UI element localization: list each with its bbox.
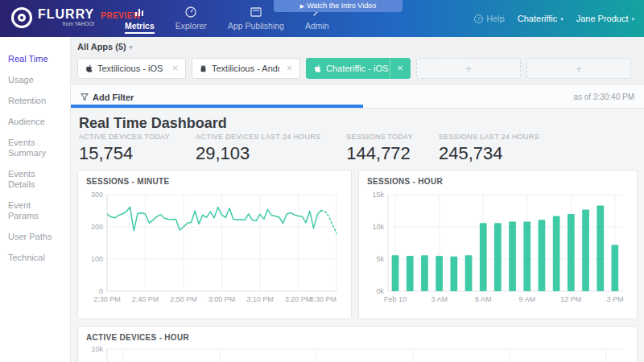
charts-row: SESSIONS - MINUTE 01002003002:30 PM2:40 … [77, 170, 638, 319]
help-menu[interactable]: ? Help [474, 14, 505, 23]
sessions-hour-chart: 0k5k10k15kFeb 103 AM6 AM9 AM12 PM3 PM [367, 188, 629, 314]
sessions-minute-card: SESSIONS - MINUTE 01002003002:30 PM2:40 … [77, 170, 352, 319]
bar-8 [509, 222, 516, 291]
plus-icon: + [465, 63, 472, 75]
metrics-row: ACTIVE DEVICES TODAY 15,754 ACTIVE DEVIC… [79, 133, 638, 164]
close-icon[interactable]: × [279, 59, 299, 78]
sessions-minute-chart: 01002003002:30 PM2:40 PM2:50 PM3:00 PM3:… [86, 188, 343, 314]
metric-sessions-24h: SESSIONS LAST 24 HOURS 245,734 [439, 133, 539, 164]
nav-tab-label: Metrics [125, 21, 155, 34]
chevron-down-icon: ▾ [560, 16, 564, 22]
bar-11 [553, 216, 560, 291]
apple-icon [313, 64, 322, 73]
bar-12 [568, 214, 575, 291]
metric-value: 144,772 [346, 143, 413, 164]
svg-text:3 PM: 3 PM [606, 295, 623, 303]
metric-active-devices-24h: ACTIVE DEVICES LAST 24 HOURS 29,103 [196, 133, 320, 164]
watch-intro-video-label: Watch the Intro Video [307, 2, 376, 10]
metric-value: 245,734 [439, 143, 539, 164]
bar-7 [494, 223, 502, 291]
svg-text:0k: 0k [376, 287, 384, 295]
active-devices-hour-chart: 0k2.5k5k7.5k10kFeb 103 AM6 AM9 AM12 PM3 … [86, 346, 629, 362]
svg-text:0: 0 [99, 287, 103, 295]
sidebar-item-technical[interactable]: Technical [0, 248, 70, 269]
svg-text:3:20 PM: 3:20 PM [285, 295, 312, 303]
app-chips-row: Textilicious - iOS × Textilicious - Andr… [77, 58, 638, 79]
add-app-placeholder[interactable]: + [416, 58, 521, 79]
metric-active-devices-today: ACTIVE DEVICES TODAY 15,754 [79, 133, 170, 164]
filter-toolbar: Add Filter as of 3:30:40 PM [71, 85, 644, 109]
nav-tab-label: App Publishing [228, 21, 284, 32]
svg-text:100: 100 [91, 255, 103, 263]
metric-value: 15,754 [79, 143, 170, 164]
app-chip-label: Textilicious - Android [212, 64, 279, 73]
page-title: Real Time Dashboard [79, 115, 638, 131]
app-filter-section: All Apps (5)▾ Textilicious - iOS × Texti… [71, 37, 644, 85]
close-icon[interactable]: × [165, 59, 185, 78]
sidebar-item-user-paths[interactable]: User Paths [0, 227, 70, 248]
metric-label: SESSIONS LAST 24 HOURS [439, 133, 539, 141]
app-chip-textilicious-ios[interactable]: Textilicious - iOS × [77, 58, 186, 79]
app-chip-label: Textilicious - iOS [97, 64, 165, 73]
loading-bar-progress [71, 105, 363, 108]
user-dropdown[interactable]: Jane Product▾ [576, 14, 634, 23]
plus-icon: + [576, 63, 582, 75]
svg-text:3:10 PM: 3:10 PM [246, 295, 274, 303]
add-app-placeholder[interactable]: + [526, 58, 631, 79]
sidebar-item-audience[interactable]: Audience [0, 112, 70, 133]
bar-2 [421, 255, 428, 291]
svg-text:300: 300 [91, 191, 103, 199]
nav-tab-label: Explorer [175, 21, 207, 32]
sidebar: Real Time Usage Retention Audience Event… [0, 37, 71, 362]
nav-tab-metrics[interactable]: Metrics [114, 0, 165, 37]
svg-text:15k: 15k [372, 191, 384, 199]
svg-text:12 PM: 12 PM [560, 295, 581, 303]
nav-tab-explorer[interactable]: Explorer [165, 0, 217, 37]
svg-text:200: 200 [91, 223, 103, 231]
bar-9 [523, 222, 530, 291]
play-icon: ▶ [300, 3, 304, 9]
bar-6 [480, 223, 487, 291]
active-devices-hour-card: ACTIVE DEVICES - HOUR 0k2.5k5k7.5k10kFeb… [77, 326, 638, 362]
metric-label: ACTIVE DEVICES LAST 24 HOURS [196, 133, 320, 141]
svg-text:3:30 PM: 3:30 PM [309, 295, 336, 303]
bar-4 [451, 257, 458, 291]
help-label: Help [486, 14, 505, 23]
watch-intro-video-button[interactable]: ▶Watch the Intro Video [274, 0, 402, 12]
top-navbar: FLURRY from YAHOO! PREVIEW Metrics Explo… [0, 0, 644, 37]
chart-title: ACTIVE DEVICES - HOUR [86, 333, 629, 343]
funnel-icon [80, 93, 89, 101]
sidebar-item-retention[interactable]: Retention [0, 91, 70, 112]
company-dropdown[interactable]: Chateriffic▾ [518, 14, 564, 23]
company-dropdown-label: Chateriffic [518, 14, 557, 23]
compass-icon [175, 6, 207, 18]
chart-title: SESSIONS - HOUR [367, 177, 629, 187]
sidebar-item-usage[interactable]: Usage [0, 70, 70, 91]
sidebar-item-events-summary[interactable]: Events Summary [0, 133, 70, 164]
bar-1 [407, 256, 414, 291]
svg-text:Feb 10: Feb 10 [384, 295, 407, 303]
close-icon[interactable]: × [390, 59, 410, 78]
svg-text:5k: 5k [376, 255, 384, 263]
chevron-down-icon: ▾ [130, 44, 133, 50]
app-chip-chateriffic-ios[interactable]: Chateriffic - iOS × [306, 58, 411, 79]
add-filter-button[interactable]: Add Filter [93, 93, 134, 102]
navbar-right: ? Help Chateriffic▾ Jane Product▾ [474, 0, 634, 37]
app-chip-textilicious-android[interactable]: Textilicious - Android × [192, 58, 300, 79]
sidebar-item-events-details[interactable]: Events Details [0, 164, 70, 195]
sidebar-item-event-params[interactable]: Event Params [0, 195, 70, 227]
logo-text: FLURRY [38, 7, 94, 21]
user-dropdown-label: Jane Product [576, 14, 629, 23]
nav-tab-label: Admin [305, 21, 329, 32]
metric-value: 29,103 [196, 143, 320, 164]
chart-title: SESSIONS - MINUTE [86, 177, 343, 187]
bar-10 [539, 220, 546, 291]
sidebar-item-real-time[interactable]: Real Time [0, 49, 70, 70]
sessions-hour-card: SESSIONS - HOUR 0k5k10k15kFeb 103 AM6 AM… [358, 170, 638, 319]
svg-text:2:30 PM: 2:30 PM [93, 295, 121, 303]
svg-text:2:40 PM: 2:40 PM [132, 295, 159, 303]
svg-text:9 AM: 9 AM [519, 295, 536, 303]
bar-0 [392, 255, 399, 291]
dashboard: Real Time Dashboard ACTIVE DEVICES TODAY… [71, 109, 644, 362]
all-apps-dropdown[interactable]: All Apps (5)▾ [77, 42, 638, 52]
